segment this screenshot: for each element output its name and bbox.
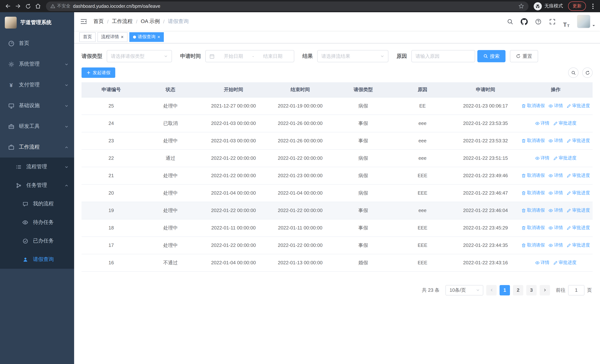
apply-time-label: 申请时间 xyxy=(180,53,201,59)
font-size-icon[interactable]: TT xyxy=(560,15,572,28)
approval-progress-link[interactable]: 审批进度 xyxy=(567,138,590,144)
sidebar-item-process-management[interactable]: 流程管理 xyxy=(0,158,74,176)
approval-progress-link[interactable]: 审批进度 xyxy=(567,190,590,196)
branch-icon xyxy=(15,183,22,188)
cell-actions: 详情审批进度 xyxy=(519,254,593,271)
sidebar-item-infrastructure[interactable]: 基础设施 xyxy=(0,95,74,116)
browser-menu-icon[interactable] xyxy=(589,1,597,11)
cell-status: 不通过 xyxy=(141,254,200,271)
pagination: 共 23 条 10条/页 1 2 3 前往 xyxy=(82,271,593,303)
detail-link[interactable]: 详情 xyxy=(548,207,563,214)
table-row: 19处理中2022-01-22 00:00:002022-01-22 00:00… xyxy=(82,202,593,219)
cancel-leave-link[interactable]: 取消请假 xyxy=(521,207,545,214)
breadcrumb-separator: / xyxy=(163,19,165,24)
approval-progress-link[interactable]: 审批进度 xyxy=(567,207,590,214)
tab-label: 请假查询 xyxy=(138,34,155,40)
approval-progress-link[interactable]: 审批进度 xyxy=(567,103,590,109)
search-icon[interactable] xyxy=(504,15,516,28)
cancel-leave-link[interactable]: 取消请假 xyxy=(521,190,545,196)
browser-update-button[interactable]: 更新 xyxy=(568,1,586,11)
sidebar-item-done-tasks[interactable]: 已办任务 xyxy=(0,232,74,250)
help-icon[interactable] xyxy=(532,15,544,28)
sidebar-collapse-icon[interactable] xyxy=(74,12,94,31)
sidebar-item-my-process[interactable]: 我的流程 xyxy=(0,195,74,213)
github-icon[interactable] xyxy=(518,15,530,28)
detail-link[interactable]: 详情 xyxy=(535,260,549,266)
sidebar-item-task-management[interactable]: 任务管理 xyxy=(0,176,74,195)
approval-progress-link[interactable]: 审批进度 xyxy=(553,155,576,161)
detail-link[interactable]: 详情 xyxy=(548,225,563,231)
cell-end-time: 2022-01-19 00:00:00 xyxy=(267,97,334,114)
cell-reason: EEE xyxy=(393,236,452,254)
tab-leave-query[interactable]: 请假查询 × xyxy=(129,32,164,42)
detail-link[interactable]: 详情 xyxy=(548,172,563,179)
incognito-label: 无痕模式 xyxy=(544,3,563,9)
sidebar-item-leave-query[interactable]: 请假查询 xyxy=(0,250,74,269)
result-label: 结果 xyxy=(302,53,313,59)
cell-reason: EE xyxy=(393,97,452,114)
browser-reload-button[interactable] xyxy=(23,1,33,11)
breadcrumb-workflow[interactable]: 工作流程 xyxy=(112,18,133,25)
approval-progress-link[interactable]: 审批进度 xyxy=(553,260,576,266)
browser-home-button[interactable] xyxy=(33,1,43,11)
tab-home[interactable]: 首页 xyxy=(79,32,96,42)
prev-page-button[interactable] xyxy=(486,285,497,295)
reset-button[interactable]: 重置 xyxy=(510,50,538,62)
user-menu[interactable] xyxy=(577,15,596,28)
goto-page-input[interactable] xyxy=(568,285,584,295)
detail-link[interactable]: 详情 xyxy=(548,242,563,248)
reason-input[interactable] xyxy=(411,50,475,62)
security-warning[interactable]: 不安全 xyxy=(50,3,70,9)
detail-link[interactable]: 详情 xyxy=(535,155,549,161)
cancel-leave-link[interactable]: 取消请假 xyxy=(521,103,545,109)
detail-link[interactable]: 详情 xyxy=(548,190,563,196)
cancel-leave-link[interactable]: 取消请假 xyxy=(521,242,545,248)
select-placeholder: 请选择请假类型 xyxy=(111,53,145,59)
tab-process-detail[interactable]: 流程详情 × xyxy=(97,32,127,42)
approval-progress-link[interactable]: 审批进度 xyxy=(567,172,590,179)
cell-status: 通过 xyxy=(141,149,200,167)
cancel-leave-link[interactable]: 取消请假 xyxy=(521,172,545,179)
detail-link[interactable]: 详情 xyxy=(535,120,549,126)
browser-back-button[interactable] xyxy=(3,1,13,11)
page-button-3[interactable]: 3 xyxy=(526,285,537,295)
breadcrumb-home[interactable]: 首页 xyxy=(94,18,104,25)
toggle-search-button[interactable] xyxy=(568,67,579,78)
sidebar-item-todo-tasks[interactable]: 待办任务 xyxy=(0,213,74,232)
result-select[interactable]: 请选择流结果 xyxy=(317,50,388,62)
refresh-table-button[interactable] xyxy=(582,67,593,78)
sidebar-item-dev-tools[interactable]: 研发工具 xyxy=(0,116,74,137)
table-row: 17处理中2022-01-22 00:00:002022-01-22 00:00… xyxy=(82,236,593,254)
close-icon[interactable]: × xyxy=(121,35,124,39)
cancel-leave-link[interactable]: 取消请假 xyxy=(521,138,545,144)
sidebar-item-payment[interactable]: ¥ 支付管理 xyxy=(0,75,74,95)
approval-progress-link[interactable]: 审批进度 xyxy=(553,120,576,126)
fullscreen-icon[interactable] xyxy=(546,15,559,28)
apply-time-range-picker[interactable]: 开始日期 - 结束日期 xyxy=(205,50,294,62)
gear-icon xyxy=(7,61,15,67)
detail-link[interactable]: 详情 xyxy=(548,103,563,109)
browser-forward-button[interactable] xyxy=(13,1,23,11)
security-label: 不安全 xyxy=(57,3,70,9)
avatar xyxy=(577,15,590,28)
approval-progress-link[interactable]: 审批进度 xyxy=(567,225,590,231)
search-button[interactable]: 搜索 xyxy=(477,50,506,62)
page-button-1[interactable]: 1 xyxy=(500,285,510,295)
bookmark-star-icon[interactable] xyxy=(518,3,524,9)
sidebar-item-system[interactable]: 系统管理 xyxy=(0,54,74,75)
sidebar-item-workflow[interactable]: 工作流程 xyxy=(0,137,74,158)
approval-progress-link[interactable]: 审批进度 xyxy=(567,242,590,248)
leave-type-select[interactable]: 请选择请假类型 xyxy=(107,50,172,62)
next-page-button[interactable] xyxy=(540,285,550,295)
close-icon[interactable]: × xyxy=(157,35,160,39)
sidebar-item-home[interactable]: 首页 xyxy=(0,33,74,54)
cancel-leave-link[interactable]: 取消请假 xyxy=(521,225,545,231)
cell-actions: 取消请假详情审批进度 xyxy=(519,97,593,114)
address-bar[interactable]: 不安全 dashboard.yudao.iocoder.cn/bpm/oa/le… xyxy=(46,1,528,11)
detail-link[interactable]: 详情 xyxy=(548,138,563,144)
create-leave-button[interactable]: 发起请假 xyxy=(82,67,115,78)
breadcrumb-oa-example[interactable]: OA 示例 xyxy=(141,18,160,25)
page-button-2[interactable]: 2 xyxy=(513,285,523,295)
workflow-submenu: 流程管理 任务管理 我的流程 xyxy=(0,158,74,269)
page-size-select[interactable]: 10条/页 xyxy=(445,285,483,295)
